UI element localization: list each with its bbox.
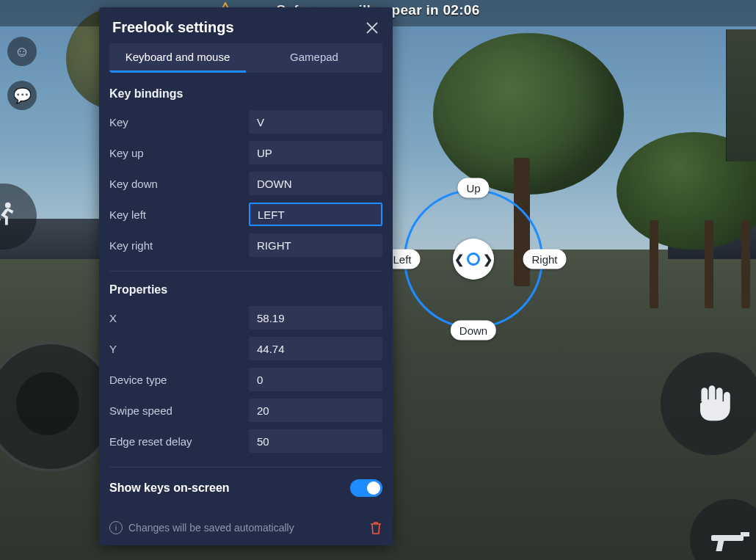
close-icon bbox=[365, 21, 379, 35]
chevron-left-icon: ❮ bbox=[454, 252, 464, 266]
label-key-left: Key left bbox=[109, 208, 249, 221]
input-device-type[interactable] bbox=[249, 368, 382, 391]
tab-keyboard-mouse[interactable]: Keyboard and mouse bbox=[109, 43, 246, 73]
panel-title: Freelook settings bbox=[112, 19, 234, 36]
section-key-bindings: Key bindings bbox=[109, 87, 382, 101]
label-key: Key bbox=[109, 116, 249, 128]
delete-button[interactable] bbox=[369, 520, 382, 535]
label-x: X bbox=[109, 312, 249, 324]
label-key-up: Key up bbox=[109, 147, 249, 159]
label-y: Y bbox=[109, 343, 249, 355]
chat-button[interactable]: 💬 bbox=[7, 81, 37, 110]
tabs: Keyboard and mouse Gamepad bbox=[109, 43, 382, 73]
input-swipe-speed[interactable] bbox=[249, 399, 382, 422]
label-edge-reset-delay: Edge reset delay bbox=[109, 435, 249, 448]
input-key-down[interactable] bbox=[249, 172, 382, 195]
tab-gamepad[interactable]: Gamepad bbox=[246, 43, 382, 73]
panel-footer: i Changes will be saved automatically bbox=[99, 512, 393, 545]
input-key-left[interactable] bbox=[249, 203, 382, 226]
label-key-down: Key down bbox=[109, 178, 249, 190]
ring-center-handle[interactable]: ❮ ❯ bbox=[453, 239, 494, 280]
chevron-right-icon: ❯ bbox=[483, 252, 493, 266]
svg-point-2 bbox=[5, 203, 11, 208]
gun-icon bbox=[708, 525, 752, 554]
ring-label-right[interactable]: Right bbox=[523, 250, 566, 269]
label-device-type: Device type bbox=[109, 374, 249, 386]
input-edge-reset-delay[interactable] bbox=[249, 429, 382, 453]
toggle-show-keys[interactable] bbox=[350, 479, 382, 497]
input-key-right[interactable] bbox=[249, 233, 382, 257]
svg-rect-4 bbox=[741, 532, 749, 537]
fist-icon bbox=[686, 378, 738, 429]
punch-button[interactable] bbox=[661, 352, 756, 455]
running-icon bbox=[0, 200, 21, 233]
svg-rect-5 bbox=[716, 541, 724, 551]
label-show-keys: Show keys on-screen bbox=[109, 481, 230, 495]
close-button[interactable] bbox=[365, 21, 379, 35]
divider bbox=[109, 271, 382, 272]
label-key-right: Key right bbox=[109, 239, 249, 252]
ring-label-up[interactable]: Up bbox=[457, 178, 489, 198]
trash-icon bbox=[369, 520, 382, 535]
freelook-ring[interactable]: Up Down Left Right ❮ ❯ bbox=[404, 189, 543, 329]
svg-rect-3 bbox=[711, 535, 744, 541]
input-x[interactable] bbox=[249, 306, 382, 330]
input-y[interactable] bbox=[249, 337, 382, 360]
minimap-edge bbox=[726, 29, 756, 161]
center-circle-icon bbox=[467, 252, 480, 266]
section-properties: Properties bbox=[109, 283, 382, 297]
info-icon: i bbox=[109, 521, 123, 534]
ring-label-down[interactable]: Down bbox=[451, 321, 496, 341]
panel-body: Key bindings Key Key up Key down Key lef… bbox=[99, 73, 393, 512]
label-swipe-speed: Swipe speed bbox=[109, 404, 249, 417]
input-key-up[interactable] bbox=[249, 141, 382, 164]
input-key[interactable] bbox=[249, 110, 382, 134]
freelook-settings-panel: Freelook settings Keyboard and mouse Gam… bbox=[99, 7, 393, 545]
emoji-button[interactable]: ☺ bbox=[7, 37, 37, 66]
divider bbox=[109, 467, 382, 468]
footer-message: Changes will be saved automatically bbox=[128, 522, 294, 534]
